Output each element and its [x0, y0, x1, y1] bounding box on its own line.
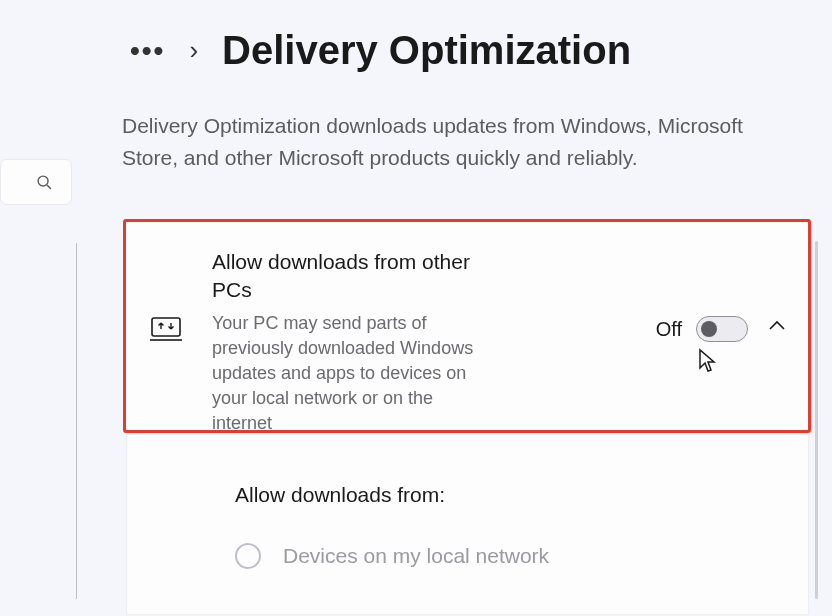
allow-downloads-expanded: Allow downloads from: Devices on my loca…: [126, 435, 809, 615]
radio-icon: [235, 543, 261, 569]
sidebar-divider: [76, 243, 77, 599]
card-title: Allow downloads from other PCs: [212, 248, 487, 305]
allow-downloads-toggle[interactable]: [696, 316, 748, 342]
toggle-state-label: Off: [656, 318, 682, 341]
allow-downloads-card[interactable]: Allow downloads from other PCs Your PC m…: [123, 219, 811, 433]
page-title: Delivery Optimization: [222, 28, 631, 73]
page-description: Delivery Optimization downloads updates …: [122, 110, 787, 173]
toggle-knob: [701, 321, 717, 337]
svg-line-1: [47, 184, 51, 188]
card-subtitle: Your PC may send parts of previously dow…: [212, 311, 487, 437]
scrollbar[interactable]: [815, 241, 818, 599]
breadcrumb: ••• › Delivery Optimization: [130, 28, 631, 73]
expanded-heading: Allow downloads from:: [235, 483, 782, 507]
radio-option-local-network[interactable]: Devices on my local network: [235, 543, 782, 569]
svg-point-0: [38, 176, 48, 186]
more-icon[interactable]: •••: [130, 35, 165, 67]
chevron-right-icon: ›: [189, 35, 198, 66]
chevron-up-icon[interactable]: [768, 320, 786, 332]
search-input[interactable]: [0, 159, 72, 205]
svg-rect-2: [152, 318, 180, 336]
search-icon: [36, 174, 53, 191]
delivery-icon: [150, 316, 182, 342]
radio-label: Devices on my local network: [283, 544, 549, 568]
